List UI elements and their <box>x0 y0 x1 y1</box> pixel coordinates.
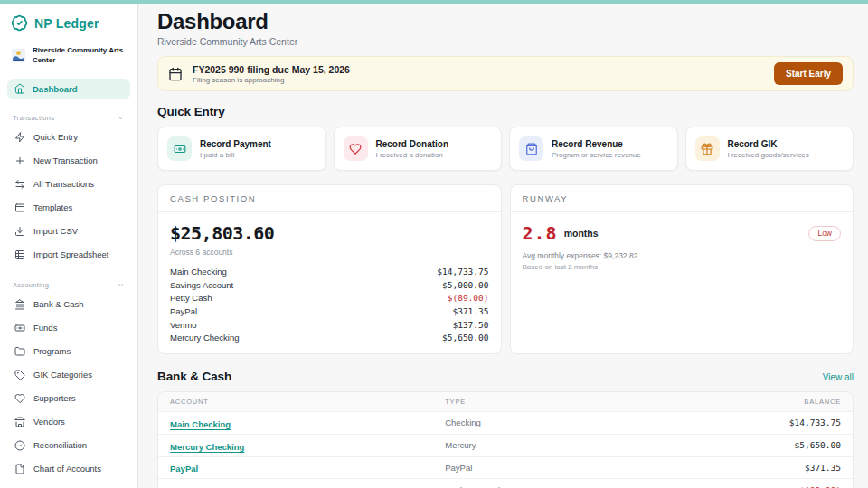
zap-icon <box>14 132 25 143</box>
record-payment-card[interactable]: Record Payment I paid a bill <box>157 127 326 171</box>
app-window: NP Ledger Riverside Community Arts Cente… <box>0 4 868 488</box>
runway-value: 2.8 <box>523 222 558 244</box>
sidebar-item-funds[interactable]: Funds <box>0 316 137 340</box>
bank-icon <box>14 299 25 310</box>
list-item: Venmo $137.50 <box>170 318 489 332</box>
home-icon <box>14 83 25 94</box>
bank-cash-header-row: Bank & Cash View all <box>157 370 854 383</box>
cash-position-card: CASH POSITION $25,803.60 Across 6 accoun… <box>157 184 502 354</box>
sidebar-item-label: Import CSV <box>33 226 78 236</box>
status-badge: Low <box>808 226 841 241</box>
table-row: Mercury Checking Mercury $5,650.00 <box>158 434 853 456</box>
column-header-type: TYPE <box>445 398 693 406</box>
heart-icon <box>14 393 25 404</box>
heart-icon <box>344 136 368 161</box>
sidebar-item-programs[interactable]: Programs <box>0 340 137 363</box>
table-row: PayPal PayPal $371.35 <box>158 456 853 479</box>
sidebar-item-reconciliation[interactable]: Reconciliation <box>0 434 137 457</box>
sidebar-item-dashboard[interactable]: Dashboard <box>7 79 130 99</box>
card-title: Record Revenue <box>552 139 641 149</box>
account-name: Venmo <box>170 320 197 330</box>
tag-icon <box>14 370 25 380</box>
cash-position-heading: CASH POSITION <box>158 185 501 212</box>
sidebar-item-label: Vendors <box>33 417 65 427</box>
card-title: Record Donation <box>376 139 449 149</box>
card-subtitle: Program or service revenue <box>552 151 641 159</box>
sidebar-item-label: New Transaction <box>33 155 98 165</box>
bank-cash-table: ACCOUNT TYPE BALANCE Main Checking Check… <box>157 391 854 488</box>
sidebar-item-label: Reconciliation <box>33 440 87 450</box>
page-title: Dashboard <box>157 9 854 34</box>
account-balance: $371.35 <box>693 463 841 473</box>
calendar-icon <box>168 67 183 81</box>
account-balance: $(89.00) <box>693 485 841 488</box>
record-donation-card[interactable]: Record Donation I received a donation <box>334 127 503 171</box>
account-balance: $5,650.00 <box>693 440 841 450</box>
chevron-down-icon <box>117 114 125 122</box>
card-subtitle: I received goods/services <box>728 151 809 159</box>
sidebar-item-label: Programs <box>33 346 71 356</box>
account-link[interactable]: PayPal <box>170 464 198 474</box>
account-name: Mercury Checking <box>170 333 240 343</box>
stats-row: CASH POSITION $25,803.60 Across 6 accoun… <box>157 184 854 354</box>
sidebar-item-quick-entry[interactable]: Quick Entry <box>0 126 137 149</box>
brand-name: NP Ledger <box>34 16 99 31</box>
view-all-link[interactable]: View all <box>823 372 854 382</box>
arrows-left-right-icon <box>14 179 25 190</box>
filing-banner-title: FY2025 990 filing due May 15, 2026 <box>193 64 350 75</box>
runway-unit: months <box>564 228 599 239</box>
card-subtitle: I paid a bill <box>200 151 271 159</box>
quick-entry-cards: Record Payment I paid a bill Record Dona… <box>157 127 854 171</box>
sidebar-item-import-spreadsheet[interactable]: Import Spreadsheet <box>0 243 137 267</box>
filing-banner-text: FY2025 990 filing due May 15, 2026 Filin… <box>193 64 350 84</box>
page-subtitle: Riverside Community Arts Center <box>157 36 854 47</box>
account-type: Checking <box>445 418 693 427</box>
cash-account-list: Main Checking $14,733.75 Savings Account… <box>170 265 489 344</box>
badge-check-icon <box>11 14 28 32</box>
bank-cash-heading: Bank & Cash <box>157 370 231 383</box>
sidebar-item-all-transactions[interactable]: All Transactions <box>0 173 137 196</box>
sidebar-item-gik-categories[interactable]: GIK Categories <box>0 363 137 387</box>
table-row: Main Checking Checking $14,733.75 <box>158 411 853 434</box>
shopping-bag-icon <box>519 136 543 161</box>
chevron-down-icon <box>117 281 125 289</box>
account-amount: $14,733.75 <box>437 267 488 277</box>
sidebar-section-accounting[interactable]: Accounting <box>13 281 125 289</box>
account-amount: $137.50 <box>452 320 488 330</box>
start-early-button[interactable]: Start Early <box>774 62 843 85</box>
runway-heading: RUNWAY <box>511 185 854 212</box>
account-balance: $14,733.75 <box>693 418 841 427</box>
org-switcher[interactable]: Riverside Community Arts Center <box>0 33 137 66</box>
sidebar-item-label: Supporters <box>33 393 75 403</box>
sidebar-item-new-transaction[interactable]: New Transaction <box>0 149 137 173</box>
quick-entry-heading: Quick Entry <box>157 105 854 118</box>
list-item: Main Checking $14,733.75 <box>170 265 489 278</box>
sidebar-item-supporters[interactable]: Supporters <box>0 387 137 410</box>
column-header-balance: BALANCE <box>693 398 841 406</box>
sidebar-item-vendors[interactable]: Vendors <box>0 410 137 434</box>
table-icon <box>14 249 25 260</box>
sidebar-item-label: All Transactions <box>33 179 94 189</box>
banknote-icon <box>14 323 25 333</box>
sidebar-section-transactions[interactable]: Transactions <box>13 114 125 122</box>
gift-icon <box>695 136 720 161</box>
account-amount: $(89.00) <box>448 293 489 303</box>
cash-note: Across 6 accounts <box>170 248 489 257</box>
section-label: Transactions <box>13 114 54 122</box>
account-name: Petty Cash <box>170 293 212 303</box>
sidebar-item-templates[interactable]: Templates <box>0 196 137 220</box>
table-row: Petty Cash Cash on Hand $(89.00) <box>158 478 853 488</box>
account-link[interactable]: Mercury Checking <box>170 442 244 452</box>
sidebar-item-label: Quick Entry <box>33 132 78 142</box>
record-revenue-card[interactable]: Record Revenue Program or service revenu… <box>509 127 678 171</box>
column-header-account: ACCOUNT <box>170 398 445 406</box>
account-link[interactable]: Main Checking <box>170 419 231 429</box>
section-label: Accounting <box>13 281 49 289</box>
sidebar-item-bank-cash[interactable]: Bank & Cash <box>0 293 137 316</box>
sidebar-item-chart-of-accounts[interactable]: Chart of Accounts <box>0 457 137 481</box>
sidebar-item-import-csv[interactable]: Import CSV <box>0 220 137 243</box>
org-name: Riverside Community Arts Center <box>33 46 127 66</box>
sidebar-item-label: Funds <box>33 323 57 333</box>
record-gik-card[interactable]: Record GIK I received goods/services <box>685 127 854 171</box>
account-name: Savings Account <box>170 280 233 290</box>
